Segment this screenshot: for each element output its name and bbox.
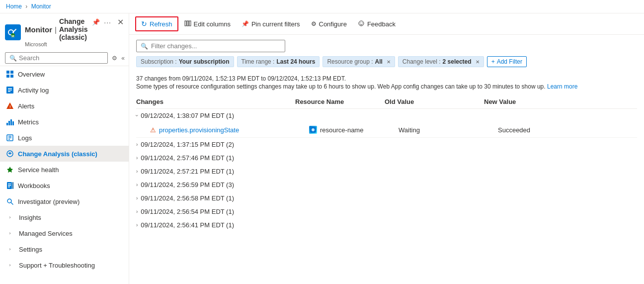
group-row-7[interactable]: › 09/11/2024, 2:56:41 PM EDT (1) xyxy=(136,218,637,232)
svg-rect-33 xyxy=(189,21,191,26)
new-value: Succeeded xyxy=(498,126,637,134)
col-old-value: Old Value xyxy=(385,98,484,105)
change-link[interactable]: properties.provisioningState xyxy=(159,126,239,134)
refresh-button[interactable]: ↻ Refresh xyxy=(135,16,178,31)
sidebar-item-label: Managed Services xyxy=(19,230,73,237)
sidebar-item-label: Service health xyxy=(18,166,59,174)
pin-icon[interactable]: 📌 xyxy=(92,18,100,26)
sidebar-item-logs[interactable]: Logs xyxy=(0,130,129,146)
svg-rect-15 xyxy=(8,121,10,125)
group-timestamp-5: 09/11/2024, 2:56:58 PM EDT (1) xyxy=(141,194,234,202)
metrics-icon xyxy=(6,118,14,126)
svg-point-35 xyxy=(360,22,361,23)
svg-rect-32 xyxy=(187,21,188,26)
resource-name: resource-name xyxy=(320,126,363,134)
edit-columns-icon xyxy=(184,20,191,28)
filter-area: 🔍 Subscription : Your subscription Time … xyxy=(129,35,644,73)
settings-icon[interactable]: ⚙ xyxy=(112,55,117,62)
group-row-2[interactable]: › 09/11/2024, 2:57:46 PM EDT (1) xyxy=(136,151,637,165)
sidebar-item-label: Alerts xyxy=(18,102,34,110)
group-expand-icon-1: › xyxy=(136,142,138,147)
group-row-0[interactable]: › 09/12/2024, 1:38:07 PM EDT (1) xyxy=(136,109,637,122)
group-row-5[interactable]: › 09/11/2024, 2:56:58 PM EDT (1) xyxy=(136,191,637,205)
resource-cell: resource-name xyxy=(309,126,399,134)
col-changes: Changes xyxy=(136,98,295,105)
chip-subscription-value: Your subscription xyxy=(179,58,230,65)
feedback-icon xyxy=(358,20,365,28)
col-resource: Resource Name xyxy=(295,98,385,105)
sidebar-item-label: Support + Troubleshooting xyxy=(19,262,95,269)
add-filter-icon: + xyxy=(491,58,495,65)
configure-button[interactable]: ⚙ Configure xyxy=(306,18,352,30)
svg-text:M: M xyxy=(11,34,14,38)
svg-point-36 xyxy=(362,22,363,23)
sidebar-item-settings[interactable]: › Settings xyxy=(0,241,129,257)
sidebar-item-investigator[interactable]: Investigator (preview) xyxy=(0,193,129,209)
filter-search-icon: 🔍 xyxy=(141,43,148,50)
sidebar-item-label: Insights xyxy=(19,214,41,221)
change-level-chip: Change level : 2 selected ✕ xyxy=(398,56,484,67)
chip-cl-close[interactable]: ✕ xyxy=(476,59,480,65)
search-input[interactable] xyxy=(19,54,103,62)
search-wrapper: 🔍 xyxy=(5,52,108,64)
group-row-1[interactable]: › 09/12/2024, 1:37:15 PM EDT (2) xyxy=(136,138,637,151)
subscription-chip: Subscription : Your subscription xyxy=(136,56,234,67)
sidebar-item-activity-log[interactable]: Activity log xyxy=(0,82,129,98)
header-title-block: Monitor | Change Analysis (classic) Micr… xyxy=(25,17,88,47)
edit-columns-button[interactable]: Edit columns xyxy=(179,17,236,31)
svg-point-38 xyxy=(312,128,315,131)
more-options-icon[interactable]: ··· xyxy=(104,18,111,26)
group-row-3[interactable]: › 09/11/2024, 2:57:21 PM EDT (1) xyxy=(136,165,637,178)
sidebar-item-support-troubleshooting[interactable]: › Support + Troubleshooting xyxy=(0,257,129,273)
group-row-4[interactable]: › 09/11/2024, 2:56:59 PM EDT (3) xyxy=(136,178,637,191)
table-row: ⚠ properties.provisioningState resource-… xyxy=(136,122,637,138)
sidebar-item-label: Change Analysis (classic) xyxy=(18,150,97,158)
svg-rect-25 xyxy=(8,184,11,185)
feedback-button[interactable]: Feedback xyxy=(353,17,401,31)
refresh-icon: ↻ xyxy=(141,20,147,28)
chip-subscription-label: Subscription : xyxy=(141,58,177,65)
close-icon[interactable]: ✕ xyxy=(117,17,124,27)
sidebar-item-workbooks[interactable]: Workbooks xyxy=(0,178,129,193)
warning-text: Some types of resource configuration set… xyxy=(136,83,637,90)
sidebar-item-service-health[interactable]: Service health xyxy=(0,162,129,178)
collapse-icon[interactable]: « xyxy=(121,55,125,62)
learn-more-link[interactable]: Learn more xyxy=(547,83,577,90)
svg-rect-28 xyxy=(12,182,13,189)
logs-icon xyxy=(6,134,14,142)
svg-text:!: ! xyxy=(9,104,11,109)
svg-rect-6 xyxy=(6,75,9,78)
settings-expand-icon: › xyxy=(6,245,14,253)
sidebar-item-overview[interactable]: Overview xyxy=(0,66,129,82)
sidebar-nav: Overview Activity log ! Alerts xyxy=(0,66,129,273)
time-range-chip: Time range : Last 24 hours xyxy=(237,56,320,67)
filter-chips: Subscription : Your subscription Time ra… xyxy=(136,56,637,67)
pin-filters-button[interactable]: 📌 Pin current filters xyxy=(237,18,305,30)
add-filter-button[interactable]: + Add Filter xyxy=(487,56,527,67)
svg-rect-27 xyxy=(8,187,10,188)
content-area: ↻ Refresh Edit columns 📌 Pin current fil… xyxy=(129,13,644,284)
sidebar-item-metrics[interactable]: Metrics xyxy=(0,114,129,130)
group-expand-icon-6: › xyxy=(136,209,138,214)
sidebar-item-managed-services[interactable]: › Managed Services xyxy=(0,225,129,241)
group-row-6[interactable]: › 09/11/2024, 2:56:54 PM EDT (1) xyxy=(136,205,637,218)
service-health-icon xyxy=(6,166,14,174)
breadcrumb: Home › Monitor xyxy=(0,0,644,13)
chip-rg-close[interactable]: ✕ xyxy=(387,59,391,65)
sidebar-item-label: Workbooks xyxy=(18,182,50,189)
chip-rg-label: Resource group : xyxy=(327,58,373,65)
breadcrumb-monitor[interactable]: Monitor xyxy=(31,3,51,10)
chip-time-label: Time range : xyxy=(242,58,275,65)
sidebar-item-alerts[interactable]: ! Alerts xyxy=(0,98,129,114)
sidebar-search-area: 🔍 ⚙ « xyxy=(0,50,129,66)
chip-time-value: Last 24 hours xyxy=(276,58,315,65)
breadcrumb-home[interactable]: Home xyxy=(6,3,22,10)
sidebar-item-change-analysis[interactable]: Change Analysis (classic) xyxy=(0,146,129,162)
resource-group-chip: Resource group : All ✕ xyxy=(322,56,395,67)
chip-cl-value: 2 selected xyxy=(443,58,472,65)
sidebar-item-insights[interactable]: › Insights xyxy=(0,209,129,225)
investigator-icon xyxy=(6,197,14,205)
filter-input[interactable] xyxy=(151,42,281,50)
old-value: Waiting xyxy=(399,126,498,134)
change-cell: ⚠ properties.provisioningState xyxy=(150,126,309,134)
